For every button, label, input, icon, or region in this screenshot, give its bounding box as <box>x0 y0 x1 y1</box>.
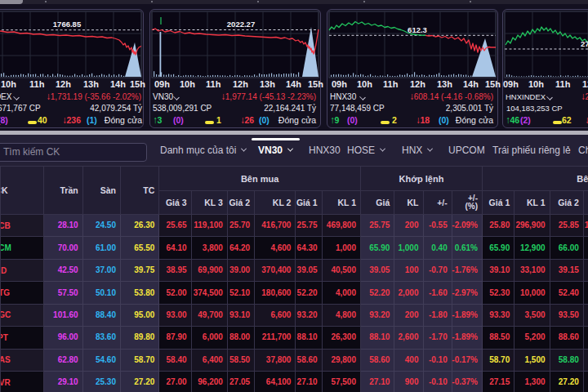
svg-text:2022.27: 2022.27 <box>227 20 255 29</box>
svg-text:612.3: 612.3 <box>408 25 427 34</box>
svg-text:1766.85: 1766.85 <box>53 20 82 29</box>
svg-text:277.59: 277.59 <box>581 39 588 48</box>
